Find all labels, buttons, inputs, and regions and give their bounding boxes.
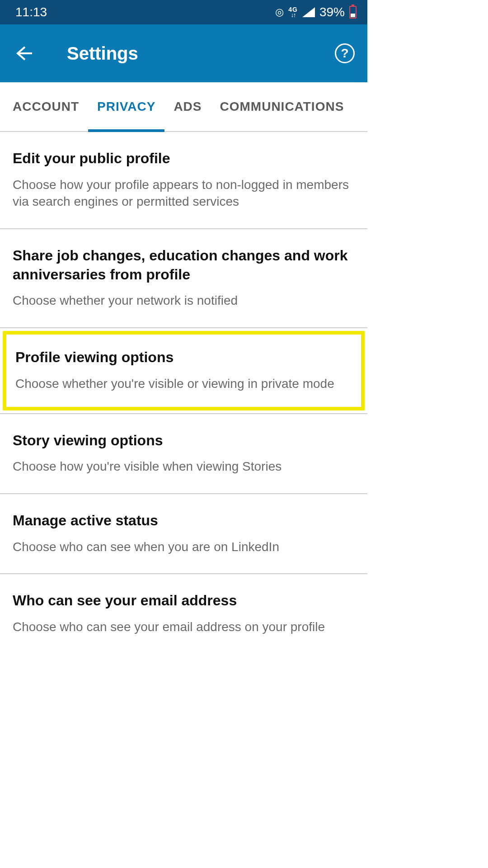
tabs: ACCOUNT PRIVACY ADS COMMUNICATIONS: [0, 82, 367, 132]
arrow-left-icon: [15, 44, 33, 62]
item-title: Edit your public profile: [13, 149, 355, 168]
item-title: Story viewing options: [13, 431, 355, 450]
hotspot-icon: ◎: [275, 6, 284, 18]
help-icon: ?: [341, 46, 348, 61]
item-title: Profile viewing options: [15, 348, 352, 367]
status-right: ◎ 4G↓↑ 39%: [275, 5, 357, 19]
page-title: Settings: [67, 43, 335, 64]
item-desc: Choose how you're visible when viewing S…: [13, 458, 355, 475]
list-item[interactable]: Edit your public profile Choose how your…: [0, 132, 367, 229]
list-item[interactable]: Story viewing options Choose how you're …: [0, 414, 367, 494]
network-4g-icon: 4G↓↑: [288, 7, 298, 18]
item-title: Manage active status: [13, 511, 355, 530]
battery-icon: [349, 6, 357, 19]
item-title: Who can see your email address: [13, 591, 355, 610]
highlight-annotation: Profile viewing options Choose whether y…: [3, 331, 365, 410]
item-title: Share job changes, education changes and…: [13, 246, 355, 284]
tab-account[interactable]: ACCOUNT: [4, 82, 88, 131]
signal-icon: [302, 7, 315, 17]
app-bar: Settings ?: [0, 24, 367, 82]
list-item[interactable]: Share job changes, education changes and…: [0, 229, 367, 328]
tab-ads[interactable]: ADS: [164, 82, 211, 131]
item-desc: Choose who can see when you are on Linke…: [13, 538, 355, 556]
back-button[interactable]: [13, 42, 35, 65]
settings-list: Edit your public profile Choose how your…: [0, 132, 367, 654]
item-desc: Choose whether your network is notified: [13, 292, 355, 309]
tab-privacy[interactable]: PRIVACY: [88, 82, 164, 131]
item-desc: Choose whether you're visible or viewing…: [15, 375, 352, 392]
status-bar: 11:13 ◎ 4G↓↑ 39%: [0, 0, 367, 24]
tab-communications[interactable]: COMMUNICATIONS: [211, 82, 353, 131]
list-item[interactable]: Profile viewing options Choose whether y…: [6, 335, 361, 406]
list-item[interactable]: Manage active status Choose who can see …: [0, 494, 367, 574]
item-desc: Choose who can see your email address on…: [13, 618, 355, 636]
help-button[interactable]: ?: [335, 43, 355, 63]
status-time: 11:13: [15, 5, 47, 19]
list-item[interactable]: Who can see your email address Choose wh…: [0, 574, 367, 653]
battery-percent: 39%: [319, 5, 345, 19]
item-desc: Choose how your profile appears to non-l…: [13, 176, 355, 211]
